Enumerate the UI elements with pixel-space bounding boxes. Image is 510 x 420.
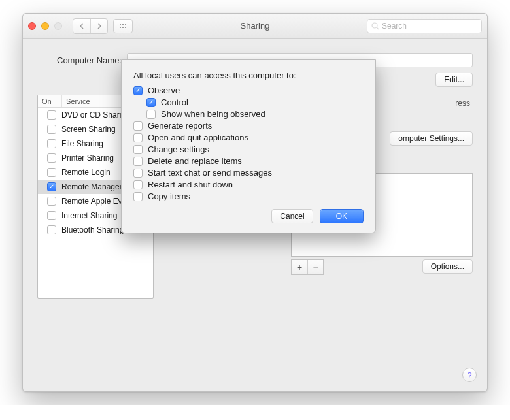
permission-option[interactable]: Show when being observed	[133, 109, 364, 119]
back-button[interactable]	[73, 19, 90, 33]
chevron-right-icon	[97, 23, 102, 29]
permission-checkbox[interactable]	[133, 157, 143, 166]
forward-button[interactable]	[90, 19, 107, 33]
permission-option[interactable]: Copy items	[133, 191, 364, 201]
permission-label: Control	[161, 97, 188, 107]
search-placeholder: Search	[382, 22, 407, 31]
service-checkbox[interactable]	[47, 110, 56, 120]
search-icon	[371, 22, 379, 30]
traffic-lights	[28, 22, 62, 30]
dialog-heading: All local users can access this computer…	[133, 71, 364, 80]
permission-label: Change settings	[148, 144, 209, 154]
search-input[interactable]: Search	[367, 19, 482, 33]
chevron-left-icon	[79, 23, 84, 29]
service-checkbox[interactable]	[47, 225, 56, 234]
minimize-window-button[interactable]	[41, 22, 49, 30]
close-window-button[interactable]	[28, 22, 36, 30]
permission-option[interactable]: Observe	[133, 86, 364, 95]
permission-label: Open and quit applications	[148, 133, 248, 142]
content-area: Computer Name: Edit... On Service DVD or…	[23, 39, 487, 391]
dialog-options: ObserveControlShow when being observedGe…	[133, 86, 364, 201]
svg-line-1	[377, 27, 379, 29]
permission-checkbox[interactable]	[133, 133, 143, 142]
add-remove-users: + −	[291, 259, 324, 275]
permission-label: Copy items	[148, 191, 190, 201]
permission-label: Restart and shut down	[148, 180, 233, 189]
svg-point-0	[372, 23, 377, 28]
remove-user-button[interactable]: −	[307, 260, 323, 274]
permission-option[interactable]: Generate reports	[133, 121, 364, 131]
service-checkbox[interactable]	[47, 182, 56, 191]
permission-checkbox[interactable]	[133, 121, 143, 131]
permission-label: Start text chat or send messages	[148, 168, 272, 178]
permission-option[interactable]: Change settings	[133, 144, 364, 154]
service-checkbox[interactable]	[47, 139, 56, 148]
permission-label: Observe	[148, 86, 180, 95]
add-user-button[interactable]: +	[292, 260, 307, 274]
permission-checkbox[interactable]	[133, 145, 143, 154]
preferences-window: Sharing Search Computer Name: Edit... On…	[22, 13, 488, 392]
ok-button[interactable]: OK	[320, 209, 364, 223]
permission-checkbox[interactable]	[133, 86, 143, 95]
zoom-window-button[interactable]	[54, 22, 62, 30]
permission-checkbox[interactable]	[133, 169, 143, 178]
permission-option[interactable]: Control	[133, 97, 364, 107]
service-checkbox[interactable]	[47, 168, 56, 177]
permission-option[interactable]: Delete and replace items	[133, 156, 364, 166]
show-all-button[interactable]	[113, 19, 133, 33]
permission-checkbox[interactable]	[146, 110, 156, 119]
computer-settings-button[interactable]: omputer Settings...	[390, 131, 473, 146]
service-checkbox[interactable]	[47, 211, 56, 220]
options-button[interactable]: Options...	[422, 259, 473, 274]
dialog-buttons: Cancel OK	[133, 209, 364, 223]
permission-label: Generate reports	[148, 121, 212, 131]
col-on: On	[38, 95, 61, 107]
permissions-dialog: All local users can access this computer…	[121, 59, 376, 233]
titlebar: Sharing Search	[23, 14, 487, 39]
edit-button[interactable]: Edit...	[435, 73, 473, 87]
help-button[interactable]: ?	[462, 368, 477, 382]
permission-checkbox[interactable]	[133, 192, 143, 201]
permission-checkbox[interactable]	[146, 98, 156, 107]
permission-option[interactable]: Open and quit applications	[133, 133, 364, 142]
grid-icon	[119, 24, 127, 29]
nav-back-forward	[73, 18, 108, 34]
permission-option[interactable]: Start text chat or send messages	[133, 168, 364, 178]
service-checkbox[interactable]	[47, 153, 56, 163]
service-checkbox[interactable]	[47, 197, 56, 206]
permission-option[interactable]: Restart and shut down	[133, 180, 364, 189]
cancel-button[interactable]: Cancel	[271, 209, 313, 223]
service-checkbox[interactable]	[47, 125, 56, 134]
computer-name-label: Computer Name:	[57, 56, 122, 65]
permission-label: Show when being observed	[161, 109, 265, 119]
permission-label: Delete and replace items	[148, 156, 242, 166]
permission-checkbox[interactable]	[133, 180, 143, 189]
